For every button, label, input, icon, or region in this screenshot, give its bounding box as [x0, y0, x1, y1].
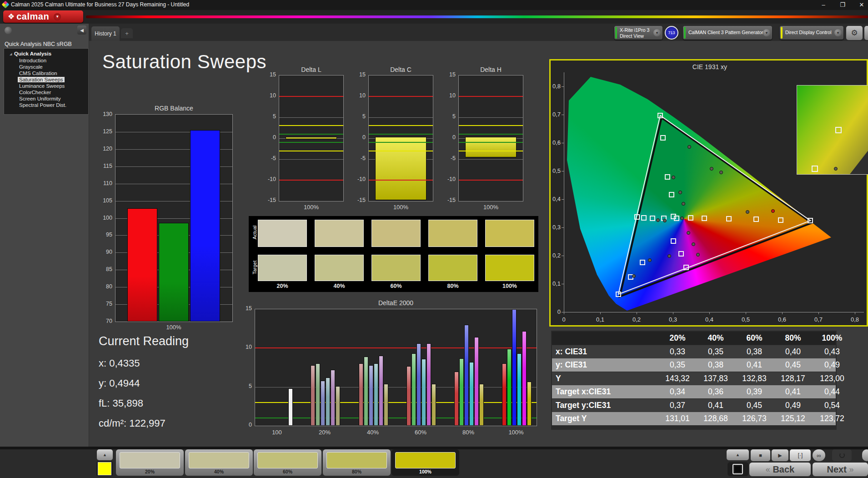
table-row-label: Target x:CIE31	[556, 385, 656, 398]
play-button[interactable]: ▶	[772, 449, 788, 461]
edge-partial-button[interactable]	[864, 26, 868, 40]
window-icon-fill	[735, 466, 741, 472]
cie-target-square	[778, 217, 783, 223]
pattern-swatch-60%[interactable]: 60%	[254, 449, 321, 476]
cie-target-square	[634, 214, 640, 220]
table-cell: 0,35	[658, 358, 697, 372]
swatch-col-label-100%: 100%	[485, 283, 534, 289]
de-bar	[517, 353, 522, 426]
table-cell: 0,41	[774, 385, 812, 398]
cie-xtick	[673, 312, 673, 314]
table-cell: 0,38	[697, 358, 735, 372]
sidebar-item-cms-calibration[interactable]: CMS Calibration	[18, 70, 59, 76]
pattern-window-button[interactable]	[728, 462, 748, 476]
de-bar	[331, 370, 335, 426]
cie-target-square	[674, 216, 679, 221]
delta-xlabel-2: 100%	[458, 204, 523, 211]
collapse-sidebar-button[interactable]: ◀	[77, 25, 86, 35]
delta-ytick: -10	[440, 176, 456, 182]
minimize-button[interactable]: –	[818, 1, 829, 9]
delta-refline	[459, 180, 523, 181]
rgb-bar-green	[159, 223, 189, 322]
cie-ytick-label: 0,8	[547, 83, 561, 90]
de-ytick: 5	[236, 383, 252, 389]
swatch-target-20%	[258, 255, 307, 281]
refresh-button[interactable]	[832, 449, 852, 461]
pattern-list-up-button[interactable]: ▲	[97, 449, 113, 460]
close-button[interactable]: ✕	[856, 1, 868, 9]
pattern-swatch-100%[interactable]: 100%	[391, 449, 459, 476]
table-row-label: Target y:CIE31	[556, 399, 656, 412]
table-row-label: Y	[556, 372, 656, 385]
delta-gridline	[459, 117, 523, 118]
pattern-swatch-label: 20%	[116, 469, 184, 474]
add-tab-button[interactable]: +	[121, 28, 133, 38]
sidebar-item-introduction[interactable]: Introduction	[18, 58, 48, 63]
table-cell: 0,44	[813, 385, 851, 398]
cie-y-axis	[564, 72, 564, 312]
de-group-label-80%: 80%	[450, 429, 487, 436]
cie-ytick	[562, 115, 564, 115]
chevron-down-icon[interactable]: ▼	[54, 13, 61, 20]
de-bar	[379, 356, 383, 426]
cie-target-square	[665, 174, 670, 180]
tab-history-1[interactable]: History 1	[91, 26, 120, 41]
cie-ytick-label: 0,5	[547, 167, 561, 174]
pattern-swatch-color	[326, 452, 387, 468]
delta-xlabel-1: 100%	[368, 204, 433, 211]
settings-gear-button[interactable]: ⚙	[846, 26, 863, 40]
table-row-label: y: CIE31	[556, 358, 656, 372]
cie-target-square	[753, 216, 759, 222]
table-row: Target y:CIE310,370,410,450,490,54	[552, 399, 836, 412]
table-cell: 0,41	[697, 399, 735, 412]
display-control-dropdown[interactable]: Direct Display Control ▼	[780, 26, 843, 40]
cie-ytick	[562, 256, 564, 256]
pattern-swatch-80%[interactable]: 80%	[323, 449, 391, 476]
rgb-ytick: 90	[93, 249, 112, 255]
delta-ytick: -15	[261, 197, 276, 203]
stop-button[interactable]: ■	[751, 449, 770, 461]
de-ytick: 15	[236, 305, 252, 312]
delta-ytick: -10	[350, 176, 366, 182]
edge-round-button[interactable]	[862, 449, 868, 461]
maximize-button[interactable]: ❐	[837, 1, 848, 9]
sidebar-item-screen-uniformity[interactable]: Screen Uniformity	[18, 96, 62, 101]
sidebar-item-saturation-sweeps[interactable]: Saturation Sweeps	[18, 77, 65, 82]
chevron-down-icon[interactable]: ▼	[653, 29, 661, 36]
sidebar-item-spectral-power-dist-[interactable]: Spectral Power Dist.	[18, 102, 68, 108]
pattern-swatch-20%[interactable]: 20%	[116, 449, 184, 476]
de-bar	[469, 362, 474, 426]
cie-ytick-label: 0,3	[547, 224, 561, 231]
swatch-target-40%	[315, 255, 364, 281]
rgb-ytick: 100	[93, 215, 112, 221]
cie-target-square	[683, 265, 689, 270]
continuous-measure-button[interactable]: ∞	[813, 449, 825, 461]
cie-xtick-label: 0,8	[848, 316, 862, 323]
tree-root-quick-analysis[interactable]: Quick Analysis	[14, 51, 51, 56]
cie-xtick	[564, 312, 564, 314]
quick-color-button[interactable]	[96, 461, 113, 476]
meter-dropdown[interactable]: X-Rite i1Pro 3 Direct View ▼	[614, 26, 662, 40]
back-button[interactable]: « Back	[749, 463, 811, 476]
meter-sync-badge[interactable]: 713	[665, 26, 678, 40]
cie-xtick	[782, 312, 783, 314]
controls-up-button[interactable]: ▲	[727, 449, 749, 460]
chevron-down-icon[interactable]: ▼	[763, 29, 770, 36]
current-reading-line-0: x: 0,4335	[99, 357, 140, 369]
sidebar-item-colorchecker[interactable]: ColorChecker	[18, 90, 52, 95]
sidebar-item-luminance-sweeps[interactable]: Luminance Sweeps	[18, 83, 66, 89]
next-button[interactable]: Next »	[813, 463, 868, 476]
tree-expander-icon[interactable]: ◢	[10, 52, 12, 56]
pattern-generator-dropdown[interactable]: CalMAN Client 3 Pattern Generator ▼	[683, 26, 772, 40]
workflow-options-button[interactable]	[5, 27, 12, 34]
table-cell: 143,32	[658, 372, 697, 385]
de-bar	[369, 365, 373, 426]
cie-xtick	[600, 312, 601, 314]
sidebar-item-grayscale[interactable]: Grayscale	[18, 64, 44, 70]
table-cell: 131,01	[658, 412, 697, 425]
chevron-down-icon[interactable]: ▼	[834, 29, 842, 36]
pattern-swatch-40%[interactable]: 40%	[185, 449, 253, 476]
single-measure-button[interactable]: [·]	[790, 449, 811, 461]
calman-logo-button[interactable]: ❖ calman ▼	[3, 10, 83, 23]
rgb-ytick: 85	[93, 266, 112, 272]
